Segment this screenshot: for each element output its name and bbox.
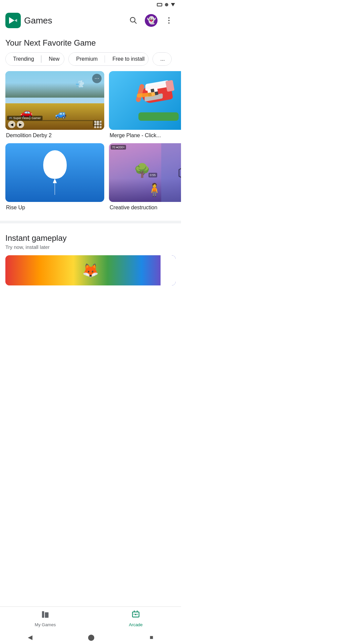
user-avatar[interactable]: 👻 [145,14,158,27]
filter-chip-more[interactable]: ... [153,53,172,65]
instant-gameplay-section: Instant gameplay Try now, install later … [0,227,181,285]
status-bar [0,0,181,9]
svg-line-1 [134,21,136,23]
game-ui-overlay: ◀ ▶ [5,121,104,128]
filter-group-premium-free: Premium Free to install [68,52,148,66]
game-thumb-rise-up [5,143,104,202]
games-scroll[interactable]: 🚗 🚙 💨 ⋯ ◀ ▶ [0,71,181,217]
filter-chip-trending[interactable]: Trending [6,53,42,65]
game-card-rise-up[interactable]: Rise Up [5,143,104,211]
play-store-logo [5,13,21,28]
filter-group-more: ... [153,52,172,66]
filter-chip-premium[interactable]: Premium [69,53,105,65]
svg-point-3 [168,20,170,21]
game-card-creative[interactable]: 🌳 🧍 ⬡ 70 ●200+ 2 🕹️ 0:55 Creative destru… [109,143,181,211]
battery-icon [157,3,162,6]
balloon-icon [43,150,67,195]
game-card-merge-plane[interactable]: Merge Plane - Click... [109,71,181,139]
game-column-1: 🚗 🚙 💨 ⋯ ◀ ▶ [5,71,104,211]
instant-gameplay-subtitle: Try now, install later [5,244,176,250]
more-options-button[interactable] [162,14,176,27]
filter-chips: Trending New Premium Free to install ... [0,52,181,71]
game-thumb-demolition: 🚗 🚙 💨 ⋯ ◀ ▶ [5,71,104,130]
card-more-button[interactable]: ⋯ [92,74,102,83]
wifi-icon [165,3,168,6]
signal-icon [171,3,175,6]
game-title-demolition: Demolition Derby 2 [5,132,104,139]
game-column-2: Merge Plane - Click... 🌳 🧍 ⬡ 70 ●200+ [109,71,181,211]
filter-chip-new[interactable]: New [42,53,65,65]
avatar-icon: 👻 [147,16,156,25]
section-title-favorite: Your Next Favorite Game [0,32,181,52]
game-card-demolition[interactable]: 🚗 🚙 💨 ⋯ ◀ ▶ [5,71,104,139]
game-title-merge-plane: Merge Plane - Click... [109,132,181,139]
header-title: Games [24,15,52,26]
logo-area: Games [5,13,123,28]
section-separator [0,221,181,223]
instant-gameplay-title: Instant gameplay [5,233,176,243]
svg-point-4 [168,22,170,24]
game-thumb-merge-plane [109,71,181,130]
game-title-rise-up: Rise Up [5,205,104,211]
app-header: Games 👻 [0,9,181,32]
game-title-creative: Creative destruction [109,205,181,211]
filter-chip-free-to-install[interactable]: Free to install [105,53,148,65]
game-thumb-creative: 🌳 🧍 ⬡ 70 ●200+ 2 🕹️ 0:55 [109,143,181,202]
search-button[interactable] [127,14,140,27]
instant-gameplay-preview[interactable]: 🦊 [5,255,176,285]
filter-group-trending-new: Trending New [5,52,64,66]
svg-point-2 [168,17,170,18]
header-icons: 👻 [127,14,176,27]
